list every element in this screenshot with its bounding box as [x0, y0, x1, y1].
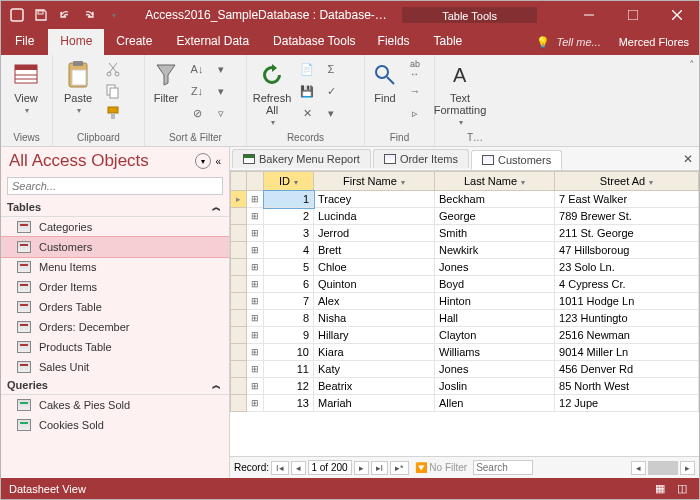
nav-item-sales-unit[interactable]: Sales Unit — [1, 357, 229, 377]
cell[interactable]: 456 Denver Rd — [555, 361, 699, 378]
cell[interactable]: Kiara — [314, 344, 435, 361]
find-button[interactable]: Find — [368, 58, 402, 106]
tell-me-input[interactable]: Tell me... — [556, 36, 600, 48]
hscroll-left[interactable]: ◂ — [631, 461, 646, 475]
row-selector[interactable] — [231, 378, 247, 395]
expand-icon[interactable]: ⊞ — [247, 225, 264, 242]
cell[interactable]: 12 Jupe — [555, 395, 699, 412]
row-selector[interactable] — [231, 327, 247, 344]
filter-indicator[interactable]: 🔽 No Filter — [415, 462, 468, 473]
expand-icon[interactable]: ⊞ — [247, 344, 264, 361]
cell[interactable]: 5 — [264, 259, 314, 276]
cell[interactable]: Hall — [435, 310, 555, 327]
more-records-icon[interactable]: ▾ — [320, 102, 342, 124]
cell[interactable]: Williams — [435, 344, 555, 361]
row-selector[interactable] — [231, 276, 247, 293]
cell[interactable]: 789 Brewer St. — [555, 208, 699, 225]
tab-fields[interactable]: Fields — [366, 29, 422, 55]
cell[interactable]: 9014 Miller Ln — [555, 344, 699, 361]
copy-icon[interactable] — [102, 80, 124, 102]
cell[interactable]: Boyd — [435, 276, 555, 293]
goto-icon[interactable]: → — [404, 80, 426, 102]
column-header[interactable]: ID ▾ — [264, 172, 314, 191]
first-record-button[interactable]: I◂ — [271, 461, 289, 475]
cell[interactable]: 13 — [264, 395, 314, 412]
spelling-icon[interactable]: ✓ — [320, 80, 342, 102]
select-icon[interactable]: ▹ — [404, 102, 426, 124]
expand-icon[interactable]: ⊞ — [247, 310, 264, 327]
expand-icon[interactable]: ⊞ — [247, 293, 264, 310]
cell[interactable]: Newkirk — [435, 242, 555, 259]
text-formatting-button[interactable]: A Text Formatting▾ — [438, 58, 482, 129]
cell[interactable]: 47 Hillsboroug — [555, 242, 699, 259]
prev-record-button[interactable]: ◂ — [291, 461, 306, 475]
cell[interactable]: Lucinda — [314, 208, 435, 225]
nav-group-queries[interactable]: Queries︽ — [1, 377, 229, 395]
cell[interactable]: 10 — [264, 344, 314, 361]
cell[interactable]: Chloe — [314, 259, 435, 276]
sort-asc-icon[interactable]: A↓ — [186, 58, 208, 80]
cell[interactable]: George — [435, 208, 555, 225]
save-icon[interactable] — [33, 7, 49, 23]
column-header[interactable]: Last Name ▾ — [435, 172, 555, 191]
row-selector[interactable] — [231, 310, 247, 327]
cut-icon[interactable] — [102, 58, 124, 80]
cell[interactable]: Katy — [314, 361, 435, 378]
cell[interactable]: Smith — [435, 225, 555, 242]
tab-customers[interactable]: Customers — [471, 150, 562, 170]
cell[interactable]: 6 — [264, 276, 314, 293]
nav-group-tables[interactable]: Tables︽ — [1, 199, 229, 217]
cell[interactable]: 4 Cypress Cr. — [555, 276, 699, 293]
nav-title[interactable]: All Access Objects — [9, 151, 195, 171]
toggle-filter-icon[interactable]: ▿ — [210, 102, 232, 124]
nav-item-categories[interactable]: Categories — [1, 217, 229, 237]
tab-order-items[interactable]: Order Items — [373, 149, 469, 168]
cell[interactable]: Nisha — [314, 310, 435, 327]
nav-search-input[interactable] — [7, 177, 223, 195]
row-selector[interactable] — [231, 208, 247, 225]
column-header[interactable]: First Name ▾ — [314, 172, 435, 191]
row-selector[interactable] — [231, 395, 247, 412]
cell[interactable]: Tracey — [314, 191, 435, 208]
cell[interactable]: Clayton — [435, 327, 555, 344]
expand-icon[interactable]: ⊞ — [247, 361, 264, 378]
new-record-button[interactable]: ▸* — [390, 461, 409, 475]
undo-icon[interactable] — [57, 7, 73, 23]
paste-button[interactable]: Paste▾ — [56, 58, 100, 117]
tab-create[interactable]: Create — [104, 29, 164, 55]
nav-item-menu-items[interactable]: Menu Items — [1, 257, 229, 277]
row-selector[interactable] — [231, 225, 247, 242]
design-view-icon[interactable]: ◫ — [673, 482, 691, 495]
cell[interactable]: Jerrod — [314, 225, 435, 242]
cell[interactable]: Jones — [435, 259, 555, 276]
selection-filter-icon[interactable]: ▾ — [210, 58, 232, 80]
close-tab-icon[interactable]: ✕ — [677, 152, 699, 166]
tab-file[interactable]: File — [1, 29, 48, 55]
cell[interactable]: Jones — [435, 361, 555, 378]
row-selector[interactable] — [231, 259, 247, 276]
cell[interactable]: 211 St. George — [555, 225, 699, 242]
tab-home[interactable]: Home — [48, 29, 104, 55]
new-record-icon[interactable]: 📄 — [296, 58, 318, 80]
close-button[interactable] — [655, 1, 699, 29]
row-selector[interactable]: ▸ — [231, 191, 247, 208]
cell[interactable]: 1011 Hodge Ln — [555, 293, 699, 310]
minimize-button[interactable] — [567, 1, 611, 29]
refresh-all-button[interactable]: Refresh All▾ — [250, 58, 294, 129]
expand-icon[interactable]: ⊞ — [247, 395, 264, 412]
cell[interactable]: Quinton — [314, 276, 435, 293]
nav-item-customers[interactable]: Customers — [1, 237, 229, 257]
cell[interactable]: 9 — [264, 327, 314, 344]
collapse-ribbon-icon[interactable]: ˄ — [685, 55, 699, 146]
totals-icon[interactable]: Σ — [320, 58, 342, 80]
format-painter-icon[interactable] — [102, 102, 124, 124]
nav-item-cookies-sold[interactable]: Cookies Sold — [1, 415, 229, 435]
nav-item-order-items[interactable]: Order Items — [1, 277, 229, 297]
cell[interactable]: Hinton — [435, 293, 555, 310]
cell[interactable]: Allen — [435, 395, 555, 412]
expand-icon[interactable]: ⊞ — [247, 191, 264, 208]
cell[interactable]: 12 — [264, 378, 314, 395]
cell[interactable]: 23 Solo Ln. — [555, 259, 699, 276]
expand-icon[interactable]: ⊞ — [247, 327, 264, 344]
record-position[interactable] — [308, 460, 352, 475]
